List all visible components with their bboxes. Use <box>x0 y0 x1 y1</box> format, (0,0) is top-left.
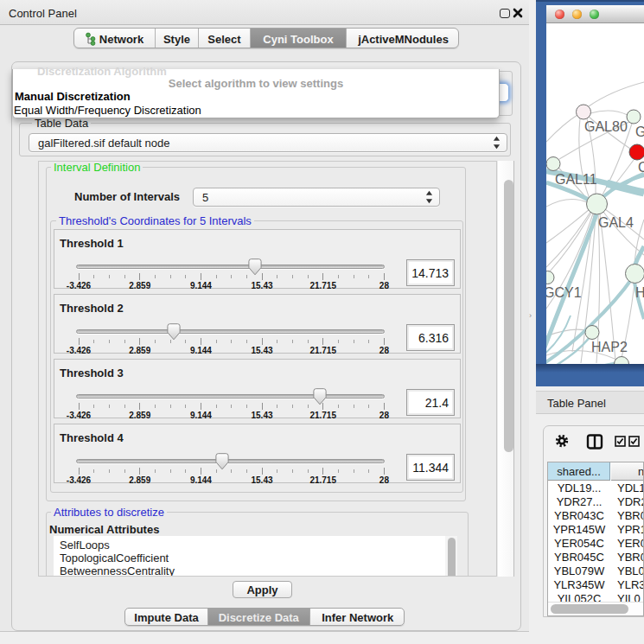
svg-text:H: H <box>635 285 644 300</box>
svg-text:GCY1: GCY1 <box>546 285 582 300</box>
svg-text:GAL80: GAL80 <box>584 119 628 134</box>
svg-text:GAL11: GAL11 <box>555 172 597 187</box>
svg-text:GA: GA <box>635 124 644 139</box>
svg-text:C: C <box>638 160 644 175</box>
svg-text:HAP2: HAP2 <box>591 340 628 354</box>
svg-text:GAL4: GAL4 <box>598 215 634 230</box>
